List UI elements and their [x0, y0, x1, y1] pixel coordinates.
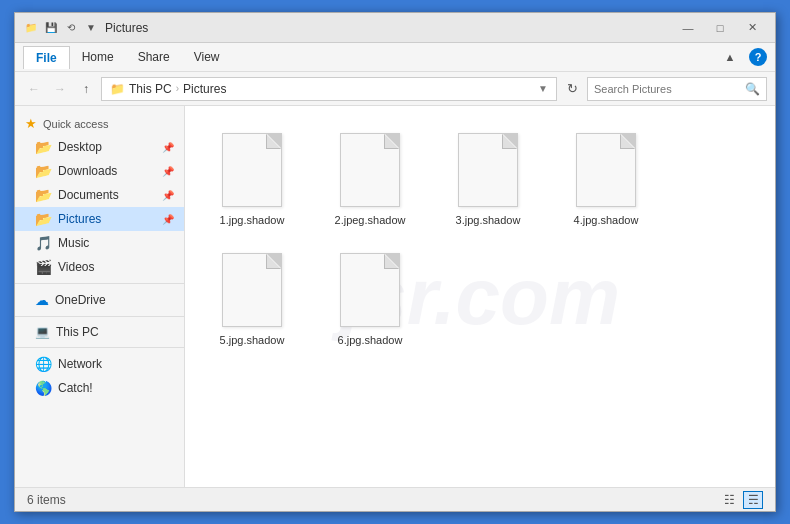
file-item-2[interactable]: 2.jpeg.shadow: [315, 122, 425, 234]
file-name-4: 4.jpg.shadow: [574, 214, 639, 226]
file-page-1: [222, 133, 282, 207]
sidebar-item-onedrive[interactable]: ☁ OneDrive: [15, 288, 184, 312]
file-icon-3: [453, 130, 523, 210]
status-bar: 6 items ☷ ☴: [15, 487, 775, 511]
divider-1: [15, 283, 184, 284]
folder-icon: 📂: [35, 187, 52, 203]
file-icon-1: [217, 130, 287, 210]
divider-3: [15, 347, 184, 348]
file-page-3: [458, 133, 518, 207]
file-item-5[interactable]: 5.jpg.shadow: [197, 242, 307, 354]
sidebar-item-network[interactable]: 🌐 Network: [15, 352, 184, 376]
title-bar: 📁 💾 ⟲ ▼ Pictures — □ ✕: [15, 13, 775, 43]
sidebar: ★ Quick access 📂 Desktop 📌 📂 Downloads 📌…: [15, 106, 185, 487]
sidebar-label-pictures: Pictures: [58, 212, 101, 226]
dropdown-tb-icon[interactable]: ▼: [83, 20, 99, 36]
file-page-6: [340, 253, 400, 327]
sidebar-item-downloads[interactable]: 📂 Downloads 📌: [15, 159, 184, 183]
files-grid: 1.jpg.shadow 2.jpeg.shadow 3.jpg.shadow: [197, 122, 763, 354]
window-title: Pictures: [105, 21, 673, 35]
path-dropdown-icon[interactable]: ▼: [538, 83, 548, 94]
quick-access-section: ★ Quick access 📂 Desktop 📌 📂 Downloads 📌…: [15, 112, 184, 279]
pin-icon: 📌: [162, 190, 174, 201]
sidebar-label-documents: Documents: [58, 188, 119, 202]
tab-view[interactable]: View: [182, 46, 232, 68]
quick-access-header[interactable]: ★ Quick access: [15, 112, 184, 135]
file-name-3: 3.jpg.shadow: [456, 214, 521, 226]
expand-ribbon-button[interactable]: ▲: [715, 47, 745, 67]
sidebar-label-music: Music: [58, 236, 89, 250]
path-pictures[interactable]: Pictures: [183, 82, 226, 96]
path-this-pc[interactable]: This PC: [129, 82, 172, 96]
list-view-button[interactable]: ☷: [719, 491, 739, 509]
help-button[interactable]: ?: [749, 48, 767, 66]
file-area: jsr.com 1.jpg.shadow 2.jpeg.shadow: [185, 106, 775, 487]
tab-home[interactable]: Home: [70, 46, 126, 68]
sidebar-item-music[interactable]: 🎵 Music: [15, 231, 184, 255]
save-tb-icon[interactable]: 💾: [43, 20, 59, 36]
file-icon-4: [571, 130, 641, 210]
folder-icon: 🎵: [35, 235, 52, 251]
sidebar-label-downloads: Downloads: [58, 164, 117, 178]
sidebar-label-videos: Videos: [58, 260, 94, 274]
quick-access-label: Quick access: [43, 118, 108, 130]
catch-icon: 🌎: [35, 380, 52, 396]
file-page-4: [576, 133, 636, 207]
sidebar-label-desktop: Desktop: [58, 140, 102, 154]
folder-icon: 📂: [35, 211, 52, 227]
star-icon: ★: [25, 116, 37, 131]
search-input[interactable]: [594, 83, 745, 95]
file-name-5: 5.jpg.shadow: [220, 334, 285, 346]
sidebar-item-catch[interactable]: 🌎 Catch!: [15, 376, 184, 400]
sidebar-label-onedrive: OneDrive: [55, 293, 106, 307]
file-name-1: 1.jpg.shadow: [220, 214, 285, 226]
computer-icon: 💻: [35, 325, 50, 339]
minimize-button[interactable]: —: [673, 18, 703, 38]
sidebar-label-this-pc: This PC: [56, 325, 99, 339]
file-page-5: [222, 253, 282, 327]
network-icon: 🌐: [35, 356, 52, 372]
tab-share[interactable]: Share: [126, 46, 182, 68]
path-root-icon: 📁: [110, 82, 125, 96]
file-name-2: 2.jpeg.shadow: [335, 214, 406, 226]
main-content: ★ Quick access 📂 Desktop 📌 📂 Downloads 📌…: [15, 106, 775, 487]
ribbon-tabs: File Home Share View ▲ ?: [15, 43, 775, 71]
file-item-1[interactable]: 1.jpg.shadow: [197, 122, 307, 234]
file-icon-5: [217, 250, 287, 330]
large-icon-view-button[interactable]: ☴: [743, 491, 763, 509]
sidebar-item-videos[interactable]: 🎬 Videos: [15, 255, 184, 279]
folder-icon: 📂: [35, 163, 52, 179]
sidebar-item-desktop[interactable]: 📂 Desktop 📌: [15, 135, 184, 159]
title-bar-icons: 📁 💾 ⟲ ▼: [23, 20, 99, 36]
quick-access-toolbar-icon: 📁: [23, 20, 39, 36]
maximize-button[interactable]: □: [705, 18, 735, 38]
file-item-3[interactable]: 3.jpg.shadow: [433, 122, 543, 234]
tab-file[interactable]: File: [23, 46, 70, 69]
sidebar-item-pictures[interactable]: 📂 Pictures 📌: [15, 207, 184, 231]
cloud-icon: ☁: [35, 292, 49, 308]
search-box[interactable]: 🔍: [587, 77, 767, 101]
pin-icon: 📌: [162, 214, 174, 225]
address-bar: ← → ↑ 📁 This PC › Pictures ▼ ↻ 🔍: [15, 72, 775, 106]
undo-tb-icon[interactable]: ⟲: [63, 20, 79, 36]
up-button[interactable]: ↑: [75, 78, 97, 100]
forward-button[interactable]: →: [49, 78, 71, 100]
refresh-button[interactable]: ↻: [561, 78, 583, 100]
sidebar-label-catch: Catch!: [58, 381, 93, 395]
path-sep-1: ›: [176, 83, 179, 94]
file-item-4[interactable]: 4.jpg.shadow: [551, 122, 661, 234]
sidebar-item-documents[interactable]: 📂 Documents 📌: [15, 183, 184, 207]
item-count: 6 items: [27, 493, 66, 507]
divider-2: [15, 316, 184, 317]
back-button[interactable]: ←: [23, 78, 45, 100]
window-controls: — □ ✕: [673, 18, 767, 38]
address-path[interactable]: 📁 This PC › Pictures ▼: [101, 77, 557, 101]
file-item-6[interactable]: 6.jpg.shadow: [315, 242, 425, 354]
search-icon: 🔍: [745, 82, 760, 96]
pin-icon: 📌: [162, 142, 174, 153]
sidebar-item-this-pc[interactable]: 💻 This PC: [15, 321, 184, 343]
close-button[interactable]: ✕: [737, 18, 767, 38]
folder-icon: 🎬: [35, 259, 52, 275]
file-name-6: 6.jpg.shadow: [338, 334, 403, 346]
pin-icon: 📌: [162, 166, 174, 177]
